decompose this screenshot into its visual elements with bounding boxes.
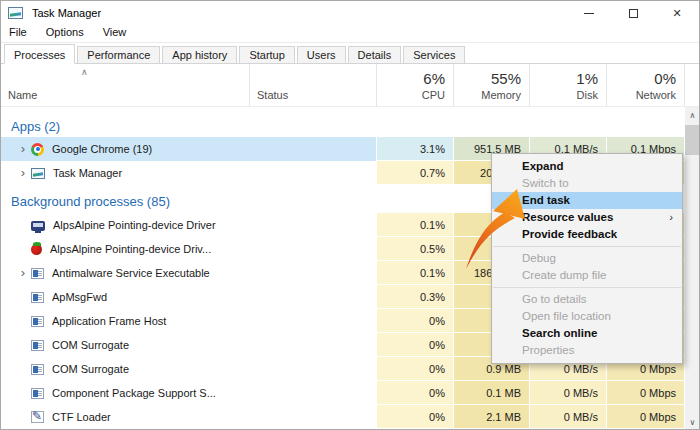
column-header-network[interactable]: 0% Network bbox=[606, 64, 684, 106]
disk-total-percent: 1% bbox=[576, 70, 598, 87]
cell-status bbox=[249, 309, 376, 333]
cell-status bbox=[249, 381, 376, 405]
cell-cpu: 0% bbox=[376, 309, 453, 333]
monitor-icon bbox=[31, 221, 45, 231]
maximize-button[interactable] bbox=[611, 1, 655, 25]
close-button[interactable]: ✕ bbox=[655, 1, 699, 25]
process-name: Task Manager bbox=[53, 167, 122, 179]
tab-processes[interactable]: Processes bbox=[4, 44, 75, 64]
tab-details[interactable]: Details bbox=[348, 46, 402, 63]
scroll-down-button[interactable]: ∨ bbox=[685, 414, 700, 430]
process-name: Antimalware Service Executable bbox=[52, 267, 210, 279]
menu-options[interactable]: Options bbox=[46, 26, 95, 41]
menu-file[interactable]: File bbox=[9, 26, 38, 41]
process-name: AlpsAlpine Pointing-device Driv... bbox=[50, 243, 211, 255]
tab-performance[interactable]: Performance bbox=[77, 46, 160, 63]
process-name: Application Frame Host bbox=[52, 315, 166, 327]
pen-icon bbox=[31, 411, 44, 423]
menu-view[interactable]: View bbox=[103, 26, 138, 41]
cell-memory: 0.1 MB bbox=[453, 381, 529, 405]
chevron-right-icon[interactable]: › bbox=[1, 262, 31, 284]
tab-strip: Processes Performance App history Startu… bbox=[1, 43, 699, 64]
maximize-icon bbox=[629, 9, 638, 18]
cell-cpu: 0% bbox=[376, 357, 453, 381]
menu-item-properties[interactable]: Properties bbox=[492, 342, 682, 359]
cell-status bbox=[249, 261, 376, 285]
disk-header-label: Disk bbox=[577, 89, 598, 101]
cell-cpu: 0% bbox=[376, 333, 453, 357]
cell-status bbox=[249, 213, 376, 237]
process-name: Google Chrome (19) bbox=[52, 143, 152, 155]
table-row-ctf-loader[interactable]: CTF Loader 0% 2.1 MB 0 MB/s 0 Mbps bbox=[1, 405, 699, 429]
column-header-cpu[interactable]: 6% CPU bbox=[376, 64, 453, 106]
chevron-right-icon[interactable]: › bbox=[1, 138, 31, 160]
chevron-right-icon[interactable]: › bbox=[1, 162, 31, 184]
cell-status bbox=[249, 333, 376, 357]
menu-item-search-online[interactable]: Search online bbox=[492, 325, 682, 342]
vertical-scrollbar[interactable]: ∧ ∨ bbox=[685, 107, 700, 430]
berry-icon bbox=[31, 244, 42, 255]
application-icon bbox=[31, 364, 44, 375]
cell-status bbox=[249, 285, 376, 309]
cell-status bbox=[249, 161, 376, 185]
minimize-icon bbox=[584, 13, 594, 14]
task-manager-icon bbox=[8, 7, 23, 19]
application-icon bbox=[31, 316, 44, 327]
network-header-label: Network bbox=[636, 89, 676, 101]
submenu-arrow-icon: › bbox=[669, 209, 673, 226]
task-manager-icon bbox=[31, 168, 45, 179]
tab-app-history[interactable]: App history bbox=[162, 46, 237, 63]
process-name: COM Surrogate bbox=[52, 363, 129, 375]
cell-cpu: 0.5% bbox=[376, 237, 453, 261]
column-header-memory[interactable]: 55% Memory bbox=[453, 64, 529, 106]
close-icon: ✕ bbox=[672, 7, 681, 20]
application-icon bbox=[31, 340, 44, 351]
cell-cpu: 0% bbox=[376, 405, 453, 429]
column-header-name[interactable]: ∧ Name bbox=[1, 64, 249, 106]
chrome-icon bbox=[31, 143, 44, 156]
cell-memory: 2.1 MB bbox=[453, 405, 529, 429]
menu-item-go-to-details[interactable]: Go to details bbox=[492, 291, 682, 308]
cell-cpu: 3.1% bbox=[376, 137, 453, 161]
cell-cpu: 0.1% bbox=[376, 213, 453, 237]
column-header-status[interactable]: Status bbox=[249, 64, 376, 106]
task-manager-window: Task Manager ✕ File Options View Process… bbox=[0, 0, 700, 430]
cell-cpu: 0.7% bbox=[376, 161, 453, 185]
cell-disk: 0 MB/s bbox=[529, 405, 606, 429]
cell-status bbox=[249, 357, 376, 381]
scrollbar-thumb[interactable] bbox=[685, 125, 700, 155]
column-header-row: ∧ Name Status 6% CPU 55% Memory 1% Disk … bbox=[1, 64, 699, 107]
tab-startup[interactable]: Startup bbox=[239, 46, 294, 63]
process-name: COM Surrogate bbox=[52, 339, 129, 351]
table-row-component-package[interactable]: Component Package Support S... 0% 0.1 MB… bbox=[1, 381, 699, 405]
cell-status bbox=[249, 237, 376, 261]
cell-network: 0 Mbps bbox=[606, 405, 684, 429]
cell-disk: 0 MB/s bbox=[529, 381, 606, 405]
menu-bar: File Options View bbox=[1, 25, 699, 43]
cell-cpu: 0.1% bbox=[376, 261, 453, 285]
process-name: AlpsAlpine Pointing-device Driver bbox=[53, 219, 216, 231]
process-name: ApMsgFwd bbox=[52, 291, 107, 303]
group-header-apps[interactable]: Apps (2) bbox=[1, 115, 699, 137]
menu-item-expand[interactable]: Expand bbox=[492, 158, 682, 175]
cell-network: 0 Mbps bbox=[606, 381, 684, 405]
status-header-label: Status bbox=[257, 89, 288, 101]
cell-status bbox=[249, 405, 376, 429]
minimize-button[interactable] bbox=[567, 1, 611, 25]
network-total-percent: 0% bbox=[654, 70, 676, 87]
menu-separator bbox=[493, 287, 681, 288]
process-name: Component Package Support S... bbox=[52, 387, 216, 399]
scroll-up-button[interactable]: ∧ bbox=[685, 107, 700, 123]
cpu-total-percent: 6% bbox=[423, 70, 445, 87]
window-title: Task Manager bbox=[32, 7, 101, 19]
cell-cpu: 0.3% bbox=[376, 285, 453, 309]
name-header-label: Name bbox=[8, 89, 37, 101]
menu-item-open-file-location[interactable]: Open file location bbox=[492, 308, 682, 325]
column-header-disk[interactable]: 1% Disk bbox=[529, 64, 606, 106]
tab-users[interactable]: Users bbox=[297, 46, 346, 63]
cpu-header-label: CPU bbox=[422, 89, 445, 101]
title-bar: Task Manager ✕ bbox=[1, 1, 699, 25]
tab-services[interactable]: Services bbox=[403, 46, 465, 63]
cell-cpu: 0% bbox=[376, 381, 453, 405]
memory-total-percent: 55% bbox=[491, 70, 521, 87]
